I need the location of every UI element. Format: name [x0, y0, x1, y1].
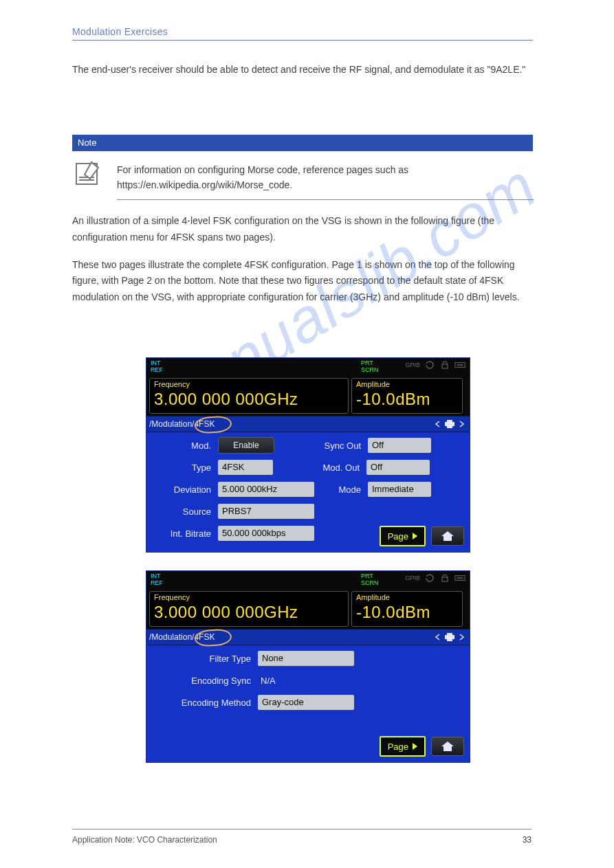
- encoding-method-label: Encoding Method: [149, 698, 254, 708]
- home-button[interactable]: [431, 526, 464, 546]
- intro-paragraph: The end-user's receiver should be able t…: [72, 62, 533, 78]
- frequency-readout[interactable]: Frequency 3.000 000 000GHz: [149, 378, 349, 414]
- lock-icon: [439, 361, 450, 369]
- status-bar: INT REF PRT SCRN GPIB: [146, 358, 470, 376]
- body-paragraph-1: An illustration of a simple 4-level FSK …: [72, 213, 533, 246]
- page-next-button[interactable]: Page: [380, 736, 426, 757]
- body-paragraph-2: These two pages illustrate the complete …: [72, 257, 533, 306]
- frequency-value: 3.000 000 000GHz: [154, 603, 344, 622]
- keyboard-icon: [454, 574, 465, 582]
- panel2-form: Filter Type None Encoding Sync N/A Encod…: [146, 645, 470, 715]
- breadcrumb-right-arrow-icon[interactable]: [457, 633, 465, 641]
- refresh-icon: [424, 574, 435, 582]
- readouts-row: Frequency 3.000 000 000GHz Amplitude -10…: [146, 376, 470, 416]
- svg-rect-13: [447, 638, 452, 641]
- svg-rect-1: [455, 362, 465, 367]
- amplitude-value: -10.0dBm: [356, 603, 458, 622]
- modout-label: Mod. Out: [277, 463, 362, 473]
- breadcrumb-printer-icon[interactable]: [443, 633, 456, 641]
- status-right-cluster: GPIB: [405, 574, 465, 582]
- bitrate-label: Int. Bitrate: [149, 528, 214, 539]
- syncout-field[interactable]: Off: [368, 438, 431, 453]
- note-icon: [72, 157, 105, 190]
- int-ref-indicator: INT REF: [151, 359, 163, 373]
- mode-field[interactable]: Immediate: [368, 482, 431, 497]
- note-rule: [117, 199, 534, 200]
- breadcrumb-right-arrow-icon[interactable]: [457, 420, 465, 428]
- note-heading: Note: [72, 135, 533, 151]
- note-text: For information on configuring Morse cod…: [117, 162, 529, 193]
- breadcrumb-left-arrow-icon[interactable]: [434, 633, 442, 641]
- type-label: Type: [149, 463, 214, 473]
- print-screen-indicator: PRT SCRN: [361, 359, 379, 373]
- amplitude-readout[interactable]: Amplitude -10.0dBm: [351, 591, 463, 627]
- frequency-value: 3.000 000 000GHz: [154, 390, 344, 409]
- status-right-cluster: GPIB: [405, 361, 465, 369]
- page-header-title: Modulation Exercises: [72, 26, 168, 37]
- instrument-panel-page1: INT REF PRT SCRN GPIB Frequency 3.000 00…: [146, 357, 470, 553]
- mod-label: Mod.: [149, 441, 214, 451]
- encoding-method-field[interactable]: Gray-code: [258, 695, 354, 710]
- print-screen-indicator: PRT SCRN: [361, 572, 379, 586]
- triangle-right-icon: [413, 743, 417, 750]
- home-button[interactable]: [431, 737, 464, 756]
- source-field[interactable]: PRBS7: [218, 504, 314, 519]
- breadcrumb: / Modulation / 4FSK: [146, 629, 470, 645]
- bitrate-field[interactable]: 50.000 000kbps: [218, 526, 314, 541]
- modout-field[interactable]: Off: [366, 460, 430, 475]
- breadcrumb-modulation[interactable]: Modulation: [151, 630, 192, 645]
- readouts-row: Frequency 3.000 000 000GHz Amplitude -10…: [146, 589, 470, 629]
- page-number: 33: [523, 835, 531, 845]
- svg-rect-6: [447, 425, 452, 428]
- svg-rect-7: [442, 577, 448, 581]
- refresh-icon: [424, 361, 435, 369]
- breadcrumb-left-arrow-icon[interactable]: [434, 420, 442, 428]
- breadcrumb-4fsk[interactable]: 4FSK: [194, 630, 215, 645]
- amplitude-label: Amplitude: [356, 593, 458, 603]
- breadcrumb-4fsk[interactable]: 4FSK: [194, 416, 215, 432]
- amplitude-readout[interactable]: Amplitude -10.0dBm: [351, 378, 463, 414]
- deviation-label: Deviation: [149, 485, 214, 495]
- triangle-right-icon: [413, 533, 417, 539]
- breadcrumb-modulation[interactable]: Modulation: [151, 416, 192, 432]
- keyboard-icon: [454, 361, 465, 369]
- footer-left-text: Application Note: VCO Characterization: [72, 835, 217, 845]
- body-paragraphs: An illustration of a simple 4-level FSK …: [72, 213, 533, 306]
- encoding-sync-label: Encoding Sync: [149, 676, 254, 686]
- svg-rect-5: [447, 420, 452, 422]
- page-btn-label: Page: [388, 742, 408, 752]
- page-next-button[interactable]: Page: [380, 526, 426, 546]
- filter-type-field[interactable]: None: [258, 651, 354, 666]
- instrument-panel-page2: INT REF PRT SCRN GPIB Frequency 3.000 00…: [146, 570, 470, 763]
- breadcrumb-printer-icon[interactable]: [443, 420, 456, 428]
- int-ref-indicator: INT REF: [151, 572, 163, 586]
- breadcrumb: / Modulation / 4FSK: [146, 416, 470, 432]
- svg-rect-8: [455, 575, 465, 580]
- amplitude-label: Amplitude: [356, 380, 458, 390]
- gpib-label: GPIB: [405, 575, 420, 581]
- frequency-label: Frequency: [154, 380, 344, 390]
- type-field[interactable]: 4FSK: [218, 460, 273, 475]
- gpib-label: GPIB: [405, 361, 420, 368]
- frequency-label: Frequency: [154, 593, 344, 603]
- lock-icon: [439, 574, 450, 582]
- source-label: Source: [149, 507, 214, 517]
- svg-rect-0: [442, 364, 448, 368]
- status-bar: INT REF PRT SCRN GPIB: [146, 571, 470, 589]
- encoding-sync-value: N/A: [258, 676, 276, 686]
- syncout-label: Sync Out: [278, 441, 364, 451]
- header-divider: [72, 40, 533, 41]
- deviation-field[interactable]: 5.000 000kHz: [218, 482, 314, 497]
- page-btn-label: Page: [388, 531, 408, 542]
- amplitude-value: -10.0dBm: [356, 390, 458, 409]
- frequency-readout[interactable]: Frequency 3.000 000 000GHz: [149, 591, 349, 627]
- filter-type-label: Filter Type: [149, 654, 254, 664]
- mode-label: Mode: [318, 485, 364, 495]
- svg-rect-12: [447, 633, 452, 635]
- footer-rule: [72, 829, 531, 830]
- mod-enable-button[interactable]: Enable: [218, 437, 274, 454]
